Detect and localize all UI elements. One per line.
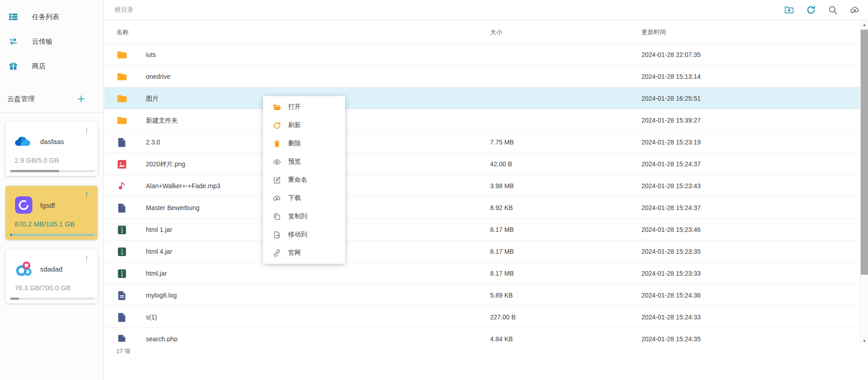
file-size: 227.00 B — [490, 306, 516, 328]
folder-icon — [116, 71, 128, 82]
copy-icon — [273, 212, 281, 221]
sidebar-item-1[interactable]: 任务列表 — [0, 5, 103, 29]
context-menu-item[interactable]: 刷新 — [263, 116, 345, 134]
table-row[interactable]: s(1) 227.00 B 2024-01-28 15:24:33 — [104, 306, 861, 328]
file-name: html 4.jar — [146, 241, 172, 262]
drive-section-header: 云盘管理 — [7, 90, 86, 108]
table-row[interactable]: html 1.jar 8.17 MB 2024-01-28 15:23:46 — [104, 219, 861, 241]
file-name: mylog8.log — [146, 284, 177, 306]
file-name: iuts — [146, 44, 156, 66]
context-menu: 打开 刷新 删除 预览 重命名 下载 复制到 移动到 官网 — [263, 96, 345, 264]
purple-cloud-app-icon — [15, 196, 33, 214]
drive-usage: 2.9 GB/5.0 GB — [5, 156, 98, 164]
file-name: search.php — [146, 328, 177, 342]
table-row[interactable]: Alan+Walker+-+Fade.mp3 3.98 MB 2024-01-2… — [104, 175, 861, 197]
table-row[interactable]: mylog8.log 5.89 KB 2024-01-28 15:24:36 — [104, 284, 861, 306]
sidebar-nav: 任务列表 云传输 商店 — [0, 5, 103, 78]
search-icon[interactable] — [828, 5, 838, 15]
onedrive-cloud-icon — [15, 132, 33, 150]
drive-card[interactable]: dasfaas 2.9 GB/5.0 GB — [5, 122, 98, 176]
plus-icon[interactable] — [77, 94, 86, 103]
drive-card-list: dasfaas 2.9 GB/5.0 GB fgsdf 870.2 MB/105… — [5, 122, 98, 303]
drive-usage-bar — [10, 234, 95, 236]
sidebar-item-2[interactable]: 云传输 — [0, 29, 103, 54]
link-icon — [273, 249, 281, 257]
context-menu-item[interactable]: 预览 — [263, 153, 345, 171]
table-row[interactable]: html.jar 8.17 MB 2024-01-28 15:23:33 — [104, 262, 861, 284]
table-row[interactable]: 新建文件夹 2024-01-28 15:39:27 — [104, 109, 861, 131]
folder-icon — [116, 115, 128, 126]
drive-name: fgsdf — [40, 201, 55, 209]
folder-icon — [116, 93, 128, 104]
drive-usage: 76.3 GB/700.0 GB — [5, 284, 98, 292]
file-time: 2024-01-28 15:23:19 — [641, 131, 701, 153]
file-time: 2024-01-28 15:24:33 — [641, 306, 701, 328]
file-icon — [116, 312, 128, 323]
table-row[interactable]: iuts 2024-01-28 22:07:35 — [104, 44, 861, 66]
file-name: 图片 — [146, 87, 159, 109]
new-folder-icon[interactable] — [784, 5, 794, 15]
cloud-upload-icon[interactable] — [850, 5, 860, 15]
file-time: 2024-01-28 15:39:27 — [641, 109, 701, 131]
context-menu-item[interactable]: 移动到 — [263, 226, 345, 244]
kebab-menu-icon[interactable] — [83, 254, 90, 262]
file-icon — [116, 202, 128, 214]
breadcrumb[interactable]: 根目录 — [114, 6, 134, 14]
drive-name: dasfaas — [40, 138, 64, 145]
table-row[interactable]: 2020样片.png 42.00 B 2024-01-28 15:24:37 — [104, 153, 861, 175]
sidebar-item-3[interactable]: 商店 — [0, 54, 103, 78]
context-menu-item[interactable]: 删除 — [263, 134, 345, 153]
context-menu-item[interactable]: 下载 — [263, 189, 345, 207]
folder-icon — [116, 49, 128, 61]
context-menu-item[interactable]: 打开 — [263, 98, 345, 116]
refresh-icon — [273, 121, 281, 130]
file-time: 2024-01-28 15:23:33 — [641, 262, 701, 284]
kebab-menu-icon[interactable] — [83, 127, 90, 135]
image-file-icon — [116, 159, 128, 170]
table-row[interactable]: 2.3.0 7.75 MB 2024-01-28 15:23:19 — [104, 131, 861, 153]
music-note-icon — [116, 180, 128, 192]
table-row[interactable]: html 4.jar 8.17 MB 2024-01-28 15:23:35 — [104, 241, 861, 262]
file-time: 2024-01-28 15:23:46 — [641, 219, 701, 241]
table-row[interactable]: Master Bewerbung 8.92 KB 2024-01-28 15:2… — [104, 197, 861, 219]
column-header-name: 名称 — [116, 21, 129, 44]
archive-zip-icon — [116, 224, 128, 236]
table-row[interactable]: 图片 2024-01-28 16:25:51 — [104, 87, 861, 109]
file-time: 2024-01-28 16:25:51 — [641, 87, 701, 109]
kebab-menu-icon[interactable] — [83, 190, 90, 199]
table-row[interactable]: onedrive 2024-01-28 15:13:14 — [104, 66, 861, 87]
scroll-up-arrow-icon[interactable]: ▲ — [861, 23, 868, 27]
file-size: 8.17 MB — [490, 241, 514, 262]
vertical-scrollbar[interactable]: ▲ ▼ — [860, 21, 868, 345]
file-size: 8.17 MB — [490, 219, 514, 241]
file-name: html.jar — [146, 262, 167, 284]
file-name: Alan+Walker+-+Fade.mp3 — [146, 175, 220, 197]
context-menu-item[interactable]: 复制到 — [263, 207, 345, 226]
file-time: 2024-01-28 15:24:36 — [641, 284, 701, 306]
item-count: 17 项 — [116, 347, 130, 355]
refresh-icon[interactable] — [806, 5, 816, 15]
scrollbar-thumb[interactable] — [861, 30, 868, 275]
file-list: iuts 2024-01-28 22:07:35 onedrive 2024-0… — [104, 44, 861, 342]
file-time: 2024-01-28 15:23:43 — [641, 175, 701, 197]
drive-card[interactable]: sdadad 76.3 GB/700.0 GB — [5, 250, 98, 303]
file-time: 2024-01-28 15:24:37 — [641, 153, 701, 175]
scroll-down-arrow-icon[interactable]: ▼ — [861, 339, 868, 343]
file-name: 2020样片.png — [146, 153, 185, 175]
context-menu-item[interactable]: 重命名 — [263, 171, 345, 189]
store-gift-icon — [8, 61, 18, 71]
toolbar-icons — [784, 0, 860, 20]
file-size: 5.89 KB — [490, 284, 513, 306]
file-time: 2024-01-28 15:24:35 — [641, 328, 701, 342]
drive-usage-bar — [10, 298, 95, 300]
table-row[interactable]: search.php 4.84 KB 2024-01-28 15:24:35 — [104, 328, 861, 342]
baidu-netdisk-icon — [15, 260, 33, 278]
file-size: 8.17 MB — [490, 262, 514, 284]
trash-icon — [273, 139, 281, 148]
drive-card[interactable]: fgsdf 870.2 MB/105.1 GB — [5, 186, 98, 240]
context-menu-item[interactable]: 官网 — [263, 244, 345, 262]
sidebar-divider — [0, 112, 104, 113]
file-size: 3.98 MB — [490, 175, 514, 197]
file-name: Master Bewerbung — [146, 197, 200, 219]
file-name: onedrive — [146, 66, 170, 87]
